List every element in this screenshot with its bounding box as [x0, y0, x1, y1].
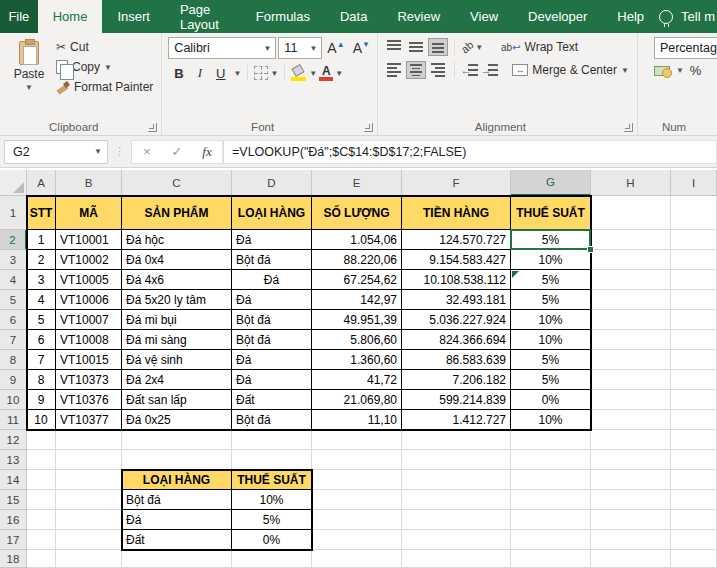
cell-E5[interactable]: 142,97 [312, 290, 402, 310]
row-header-9[interactable]: 9 [0, 370, 27, 390]
cell-D4[interactable]: Đá [232, 270, 312, 290]
cell-E6[interactable]: 49.951,39 [312, 310, 402, 330]
cell-C9[interactable]: Đá 2x4 [122, 370, 232, 390]
cell-A3[interactable]: 2 [27, 250, 56, 270]
cell-H10[interactable] [591, 390, 671, 410]
cell-C11[interactable]: Đá 0x25 [122, 410, 232, 430]
cell-E10[interactable]: 21.069,80 [312, 390, 402, 410]
cell-H1[interactable] [591, 196, 671, 230]
cell-E17[interactable] [312, 530, 402, 550]
cell-F3[interactable]: 9.154.583.427 [402, 250, 511, 270]
cell-A5[interactable]: 4 [27, 290, 56, 310]
enter-button[interactable]: ✓ [162, 144, 192, 159]
row-header-4[interactable]: 4 [0, 270, 27, 290]
accounting-format-icon[interactable] [654, 66, 670, 76]
cell-H13[interactable] [591, 450, 671, 470]
cell-F17[interactable] [402, 530, 511, 550]
cell-H16[interactable] [591, 510, 671, 530]
cell-B1[interactable]: MÃ [56, 196, 122, 230]
cell-G13[interactable] [511, 450, 591, 470]
cell-B13[interactable] [56, 450, 122, 470]
cell-C10[interactable]: Đất san lấp [122, 390, 232, 410]
cell-B16[interactable] [56, 510, 122, 530]
cell-H11[interactable] [591, 410, 671, 430]
tab-formulas[interactable]: Formulas [241, 0, 325, 33]
row-header-3[interactable]: 3 [0, 250, 27, 270]
tell-me[interactable]: Tell m [659, 0, 717, 33]
row-header-2[interactable]: 2 [0, 230, 27, 250]
cell-F16[interactable] [402, 510, 511, 530]
row-header-7[interactable]: 7 [0, 330, 27, 350]
wrap-text-button[interactable]: ab↩ Wrap Text [497, 37, 582, 57]
cell-C5[interactable]: Đá 5x20 ly tâm [122, 290, 232, 310]
cell-B12[interactable] [56, 430, 122, 450]
clipboard-dialog-launcher-icon[interactable] [148, 123, 157, 132]
cell-D12[interactable] [232, 430, 312, 450]
cell-H7[interactable] [591, 330, 671, 350]
cell-H8[interactable] [591, 350, 671, 370]
cell-B8[interactable]: VT10015 [56, 350, 122, 370]
cell-B17[interactable] [56, 530, 122, 550]
cell-H18[interactable] [591, 550, 671, 568]
cell-D1[interactable]: LOẠI HÀNG [232, 196, 312, 230]
cell-E13[interactable] [312, 450, 402, 470]
tab-insert[interactable]: Insert [102, 0, 165, 33]
cell-A2[interactable]: 1 [27, 230, 56, 250]
underline-button[interactable]: U [210, 64, 231, 83]
cell-F6[interactable]: 5.036.227.924 [402, 310, 511, 330]
row-header-5[interactable]: 5 [0, 290, 27, 310]
fill-handle[interactable] [587, 246, 594, 253]
cell-E1[interactable]: SỐ LƯỢNG [312, 196, 402, 230]
cell-H2[interactable] [591, 230, 671, 250]
cell-B14[interactable] [56, 470, 122, 490]
cell-E11[interactable]: 11,10 [312, 410, 402, 430]
insert-function-button[interactable]: fx [192, 144, 222, 160]
cell-H15[interactable] [591, 490, 671, 510]
fill-color-dropdown-icon[interactable]: ▼ [309, 69, 317, 78]
cell-A18[interactable] [27, 550, 56, 568]
cell-C6[interactable]: Đá mi bụi [122, 310, 232, 330]
cell-C8[interactable]: Đá vệ sinh [122, 350, 232, 370]
cell-D17[interactable]: 0% [232, 530, 312, 550]
row-header-15[interactable]: 15 [0, 490, 27, 510]
cell-B2[interactable]: VT10001 [56, 230, 122, 250]
row-header-17[interactable]: 17 [0, 530, 27, 550]
increase-indent-icon[interactable]: → [480, 63, 498, 77]
cell-I11[interactable] [671, 410, 717, 430]
cell-F4[interactable]: 10.108.538.112 [402, 270, 511, 290]
cell-E9[interactable]: 41,72 [312, 370, 402, 390]
cell-F7[interactable]: 824.366.694 [402, 330, 511, 350]
cell-F18[interactable] [402, 550, 511, 568]
alignment-dialog-launcher-icon[interactable] [624, 123, 633, 132]
fill-color-icon[interactable] [291, 66, 307, 81]
cut-button[interactable]: ✂ Cut [52, 37, 157, 57]
select-all-corner[interactable] [0, 170, 27, 196]
cell-D18[interactable] [232, 550, 312, 568]
cell-F11[interactable]: 1.412.727 [402, 410, 511, 430]
cell-A17[interactable] [27, 530, 56, 550]
decrease-indent-icon[interactable]: ← [461, 63, 479, 77]
col-header-D[interactable]: D [232, 170, 312, 196]
underline-dropdown-icon[interactable]: ▼ [233, 69, 241, 78]
font-dialog-launcher-icon[interactable] [364, 123, 373, 132]
increase-font-size-button[interactable]: A▲ [324, 40, 347, 56]
tab-developer[interactable]: Developer [513, 0, 602, 33]
cell-B3[interactable]: VT10002 [56, 250, 122, 270]
cell-D3[interactable]: Bột đá [232, 250, 312, 270]
cell-C12[interactable] [122, 430, 232, 450]
cell-I8[interactable] [671, 350, 717, 370]
row-header-12[interactable]: 12 [0, 430, 27, 450]
percent-style-button[interactable]: % [690, 63, 702, 78]
cell-E16[interactable] [312, 510, 402, 530]
cell-G6[interactable]: 10% [511, 310, 591, 330]
cell-C4[interactable]: Đá 4x6 [122, 270, 232, 290]
accounting-dropdown-icon[interactable]: ▼ [676, 66, 684, 75]
cell-A8[interactable]: 7 [27, 350, 56, 370]
cell-H12[interactable] [591, 430, 671, 450]
cell-I14[interactable] [671, 470, 717, 490]
cell-I10[interactable] [671, 390, 717, 410]
cell-B4[interactable]: VT10005 [56, 270, 122, 290]
cell-G15[interactable] [511, 490, 591, 510]
cell-I2[interactable] [671, 230, 717, 250]
row-header-16[interactable]: 16 [0, 510, 27, 530]
